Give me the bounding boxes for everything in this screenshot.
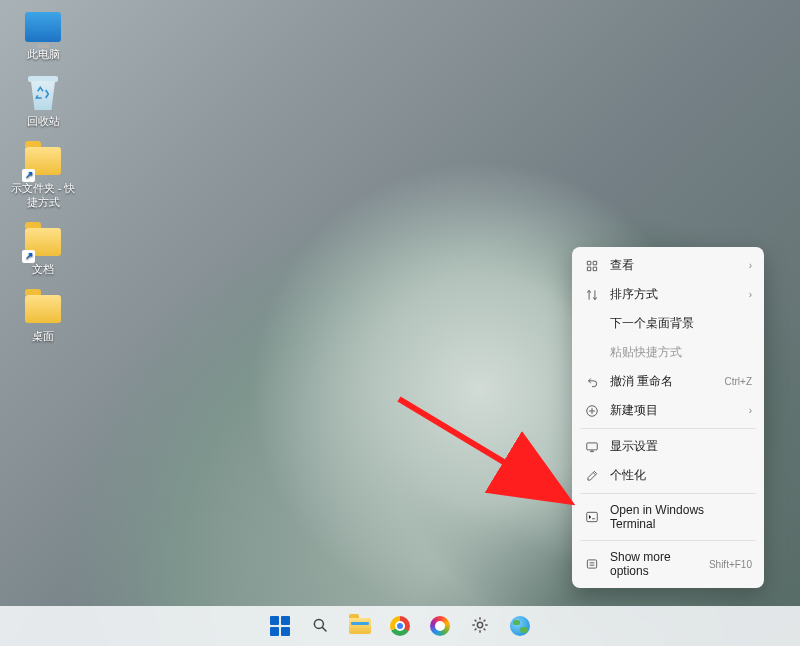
- desktop-icon-this-pc[interactable]: 此电脑: [8, 8, 78, 61]
- menu-item-undo[interactable]: 撤消 重命名 Ctrl+Z: [576, 367, 760, 396]
- shortcut-arrow-icon: [22, 250, 35, 263]
- desktop-icon-label: 此电脑: [27, 48, 60, 61]
- menu-item-open-terminal[interactable]: Open in Windows Terminal: [576, 497, 760, 537]
- menu-item-label: 显示设置: [610, 438, 752, 455]
- taskbar: [0, 606, 800, 646]
- desktop-icon-folder-3[interactable]: 桌面: [8, 290, 78, 343]
- taskbar-file-explorer[interactable]: [343, 609, 377, 643]
- shortcut-arrow-icon: [22, 169, 35, 182]
- menu-item-paste-shortcut: 粘贴快捷方式: [576, 338, 760, 367]
- menu-item-label: 下一个桌面背景: [610, 315, 752, 332]
- folder-icon: [24, 223, 62, 261]
- menu-item-label: 粘贴快捷方式: [610, 344, 752, 361]
- more-menu-icon: [584, 556, 600, 572]
- taskbar-settings[interactable]: [463, 609, 497, 643]
- chevron-right-icon: ›: [749, 260, 752, 271]
- view-grid-icon: [584, 258, 600, 274]
- menu-item-label: 排序方式: [610, 286, 739, 303]
- menu-separator: [580, 493, 756, 494]
- menu-item-next-background[interactable]: 下一个桌面背景: [576, 309, 760, 338]
- plus-circle-icon: [584, 403, 600, 419]
- desktop-icon-label: 回收站: [27, 115, 60, 128]
- menu-item-label: 个性化: [610, 467, 752, 484]
- svg-rect-2: [587, 512, 598, 521]
- menu-item-sort[interactable]: 排序方式 ›: [576, 280, 760, 309]
- undo-icon: [584, 374, 600, 390]
- menu-item-shortcut: Shift+F10: [709, 559, 752, 570]
- menu-item-new[interactable]: 新建项目 ›: [576, 396, 760, 425]
- desktop-icons-grid: 此电脑 回收站 示文件夹 - 快捷方式 文档: [8, 8, 78, 343]
- taskbar-chrome[interactable]: [383, 609, 417, 643]
- windows-logo-icon: [270, 616, 290, 636]
- menu-item-label: Open in Windows Terminal: [610, 503, 752, 531]
- menu-item-label: Show more options: [610, 550, 699, 578]
- taskbar-search-button[interactable]: [303, 609, 337, 643]
- svg-point-6: [477, 622, 482, 627]
- folder-icon: [24, 290, 62, 328]
- folder-icon: [24, 142, 62, 180]
- paintbrush-icon: [584, 468, 600, 484]
- menu-item-personalize[interactable]: 个性化: [576, 461, 760, 490]
- this-pc-icon: [24, 8, 62, 46]
- blank-icon: [584, 316, 600, 332]
- file-explorer-icon: [349, 618, 371, 634]
- desktop-icon-folder-shortcut-1[interactable]: 示文件夹 - 快捷方式: [8, 142, 78, 208]
- menu-separator: [580, 428, 756, 429]
- menu-item-shortcut: Ctrl+Z: [725, 376, 753, 387]
- menu-item-label: 撤消 重命名: [610, 373, 715, 390]
- desktop-icon-label: 示文件夹 - 快捷方式: [9, 182, 77, 208]
- svg-rect-1: [587, 442, 598, 449]
- taskbar-browser[interactable]: [503, 609, 537, 643]
- menu-separator: [580, 540, 756, 541]
- blank-icon: [584, 345, 600, 361]
- menu-item-show-more-options[interactable]: Show more options Shift+F10: [576, 544, 760, 584]
- display-icon: [584, 439, 600, 455]
- search-icon: [311, 616, 329, 637]
- recycle-bin-icon: [24, 75, 62, 113]
- globe-icon: [510, 616, 530, 636]
- svg-rect-3: [587, 560, 596, 568]
- desktop-icon-recycle-bin[interactable]: 回收站: [8, 75, 78, 128]
- gear-icon: [470, 615, 490, 638]
- desktop-icon-label: 文档: [32, 263, 54, 276]
- chevron-right-icon: ›: [749, 405, 752, 416]
- desktop-context-menu: 查看 › 排序方式 › 下一个桌面背景 粘贴快捷方式 撤消 重命名 Ctrl+Z…: [572, 247, 764, 588]
- menu-item-view[interactable]: 查看 ›: [576, 251, 760, 280]
- sort-icon: [584, 287, 600, 303]
- desktop-icon-label: 桌面: [32, 330, 54, 343]
- terminal-icon: [584, 509, 600, 525]
- colorful-circle-icon: [430, 616, 450, 636]
- start-button[interactable]: [263, 609, 297, 643]
- chrome-icon: [390, 616, 410, 636]
- taskbar-app-colorful[interactable]: [423, 609, 457, 643]
- desktop-icon-folder-shortcut-2[interactable]: 文档: [8, 223, 78, 276]
- chevron-right-icon: ›: [749, 289, 752, 300]
- menu-item-display-settings[interactable]: 显示设置: [576, 432, 760, 461]
- menu-item-label: 查看: [610, 257, 739, 274]
- menu-item-label: 新建项目: [610, 402, 739, 419]
